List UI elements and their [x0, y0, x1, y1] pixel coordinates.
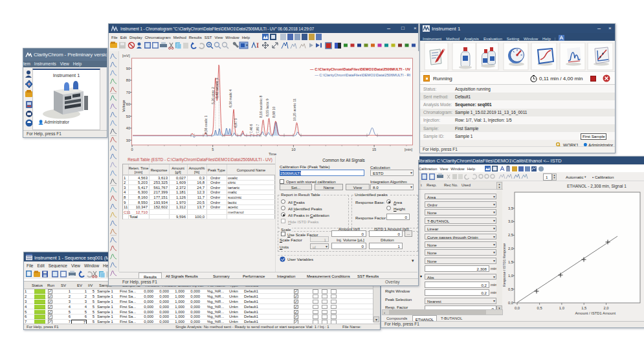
svg-text:0,5: 0,5: [537, 306, 542, 310]
svg-text:1,5: 1,5: [581, 306, 586, 310]
svg-text:— C:\ClarityChrom\DataFiles\DE: — C:\ClarityChrom\DataFiles\DEMO1\Data\2…: [310, 67, 410, 71]
svg-text:7,46 6: 7,46 6: [249, 124, 253, 133]
svg-text:0,0: 0,0: [515, 306, 520, 310]
svg-text:1,5: 1,5: [508, 260, 513, 264]
svg-text:2,5: 2,5: [508, 233, 513, 237]
svg-text:8,55 lactic 9: 8,55 lactic 9: [265, 98, 269, 116]
svg-text:1,0: 1,0: [508, 274, 513, 278]
svg-text:40: 40: [126, 126, 130, 130]
svg-text:10,25 acetic 11: 10,25 acetic 11: [293, 98, 296, 121]
svg-text:— C:\ClarityChrom\DataFiles\DE: — C:\ClarityChrom\DataFiles\DEMO1\Data\2…: [315, 73, 410, 77]
svg-text:30: 30: [126, 138, 130, 142]
svg-text:4,56 oxalic 1: 4,56 oxalic 1: [204, 115, 208, 134]
svg-text:Response / ISTD1 Response: Response / ISTD1 Response: [503, 243, 506, 287]
svg-text:6,30 malic 4: 6,30 malic 4: [228, 89, 232, 107]
svg-text:60: 60: [126, 102, 130, 106]
svg-text:Voltage: Voltage: [122, 100, 126, 112]
svg-text:7,85 7: 7,85 7: [256, 124, 260, 133]
svg-text:70: 70: [126, 91, 130, 94]
svg-text:3,0: 3,0: [508, 219, 513, 223]
svg-text:2,0: 2,0: [603, 306, 608, 310]
svg-text:10: 10: [291, 148, 295, 151]
svg-text:0,5: 0,5: [508, 287, 513, 291]
svg-text:5,42 tartaric 3: 5,42 tartaric 3: [215, 78, 219, 98]
svg-text:1,0: 1,0: [559, 306, 564, 310]
svg-text:6,87 5: 6,87 5: [234, 118, 238, 127]
svg-text:Amount / ISTD1 Amount: Amount / ISTD1 Amount: [575, 311, 616, 315]
svg-text:50: 50: [126, 115, 130, 118]
svg-text:90: 90: [126, 67, 130, 71]
svg-text:8,16 succinic 8: 8,16 succinic 8: [259, 96, 263, 118]
svg-text:3,5: 3,5: [508, 206, 513, 210]
svg-text:[mV]: [mV]: [122, 54, 130, 58]
svg-text:2,0: 2,0: [508, 247, 513, 250]
svg-text:5: 5: [212, 148, 214, 151]
svg-text:8,98 10: 8,98 10: [272, 107, 276, 118]
svg-text:15: 15: [372, 148, 376, 151]
svg-text:0,0: 0,0: [508, 301, 513, 305]
svg-text:0: 0: [131, 148, 133, 151]
svg-text:80: 80: [126, 78, 130, 82]
svg-text:[min]: [min]: [405, 148, 413, 151]
